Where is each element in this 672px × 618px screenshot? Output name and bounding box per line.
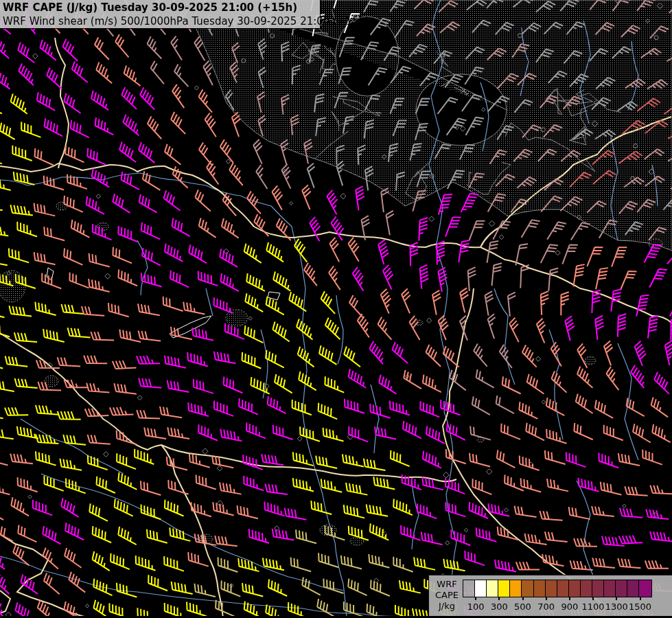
weather-map-canvas — [0, 0, 672, 618]
legend-color-cell — [569, 580, 581, 597]
legend-color-cell — [475, 580, 487, 597]
legend-label-variable: CAPE — [433, 590, 461, 601]
legend-tick — [522, 597, 524, 600]
legend-color-cell — [546, 580, 557, 597]
legend-color-cell — [604, 580, 616, 597]
legend-color-cell — [510, 580, 522, 597]
legend-color-cell — [581, 580, 592, 597]
cape-legend-panel: WRF CAPE J/kg 10030050070090011001300150… — [428, 575, 672, 616]
cape-colorbar — [463, 580, 652, 597]
title-wind-shear: WRF Wind shear (m/s) 500/1000hPa Tuesday… — [0, 14, 320, 28]
legend-color-cell — [627, 580, 639, 597]
legend-label-unit: J/kg — [433, 601, 461, 612]
legend-tick-label: 1500 — [625, 602, 656, 612]
legend-color-cell — [557, 580, 569, 597]
legend-color-cell — [534, 580, 546, 597]
legend-label-model: WRF — [433, 579, 461, 590]
legend-color-cell — [463, 580, 475, 597]
legend-tick — [475, 597, 476, 600]
legend-tick — [498, 597, 500, 600]
legend-tick — [569, 597, 570, 600]
legend-tick — [640, 597, 641, 600]
title-cape: WRF CAPE (J/kg) Tuesday 30-09-2025 21:00… — [0, 0, 320, 14]
legend-color-cell — [592, 580, 604, 597]
legend-tick — [546, 597, 547, 600]
legend-tick — [616, 597, 617, 600]
legend-color-cell — [522, 580, 533, 597]
weather-map-page: WRF CAPE (J/kg) Tuesday 30-09-2025 21:00… — [0, 0, 672, 618]
legend-color-cell — [616, 580, 627, 597]
legend-color-cell — [498, 580, 510, 597]
legend-color-cell — [639, 580, 651, 597]
legend-tick — [592, 597, 594, 600]
chart-title-panel: WRF CAPE (J/kg) Tuesday 30-09-2025 21:00… — [0, 0, 321, 29]
legend-label: WRF CAPE J/kg — [433, 579, 461, 612]
legend-color-cell — [487, 580, 498, 597]
